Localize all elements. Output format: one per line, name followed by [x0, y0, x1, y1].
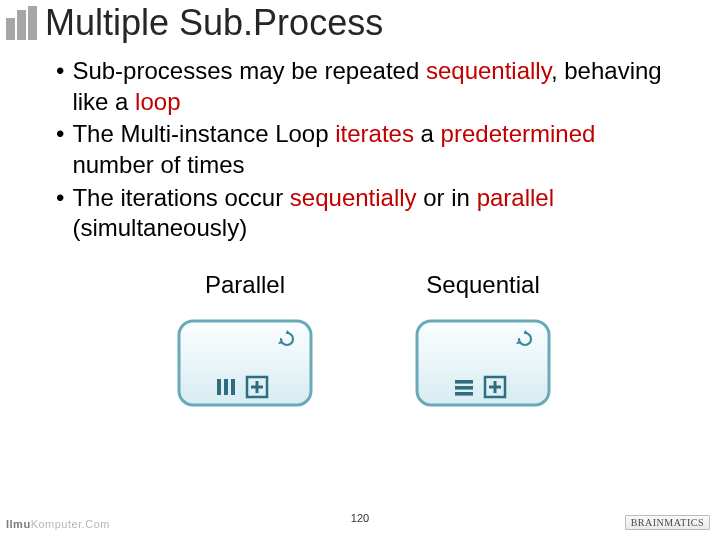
svg-rect-9: [455, 386, 473, 390]
svg-rect-1: [217, 379, 221, 395]
title-row: Multiple Sub.Process: [0, 0, 720, 54]
svg-rect-10: [455, 392, 473, 396]
parallel-label: Parallel: [135, 270, 355, 301]
svg-rect-3: [231, 379, 235, 395]
bullet-2-em2: predetermined: [441, 120, 596, 147]
bullet-1-em2: loop: [135, 88, 180, 115]
bullet-2-text: The Multi-instance Loop iterates a prede…: [72, 119, 672, 180]
title-decoration-bars: [6, 6, 39, 40]
bullet-2-post: number of times: [72, 151, 244, 178]
bullet-2-pre: The Multi-instance Loop: [72, 120, 335, 147]
sequential-diagram: Sequential: [373, 270, 593, 409]
parallel-marker-icon: [217, 379, 235, 395]
sequential-marker-icon: [455, 380, 473, 396]
slide-title: Multiple Sub.Process: [45, 4, 383, 42]
footer-left-logo: IlmuKomputer.Com: [6, 518, 110, 530]
footer-left-part1: Ilmu: [6, 518, 31, 530]
bullet-3-text: The iterations occur sequentially or in …: [72, 183, 672, 244]
bullet-1-pre: Sub-processes may be repeated: [72, 57, 426, 84]
bullet-3-em2: parallel: [477, 184, 554, 211]
footer-left-part2: Komputer: [31, 518, 82, 530]
bullet-dot-icon: •: [56, 56, 64, 117]
diagram-row: Parallel: [56, 270, 672, 409]
bullet-3-pre: The iterations occur: [72, 184, 289, 211]
bullet-3-em1: sequentially: [290, 184, 417, 211]
bullet-dot-icon: •: [56, 119, 64, 180]
bullet-3-post: (simultaneously): [72, 214, 247, 241]
bullet-1: • Sub-processes may be repeated sequenti…: [56, 56, 672, 117]
parallel-subprocess-icon: [175, 317, 315, 409]
page-number: 120: [351, 512, 369, 524]
bullet-dot-icon: •: [56, 183, 64, 244]
svg-rect-2: [224, 379, 228, 395]
body-content: • Sub-processes may be repeated sequenti…: [0, 54, 720, 409]
svg-rect-8: [455, 380, 473, 384]
bullet-1-text: Sub-processes may be repeated sequential…: [72, 56, 672, 117]
bullet-2-mid: a: [414, 120, 441, 147]
bullet-2-em1: iterates: [335, 120, 414, 147]
slide: Multiple Sub.Process • Sub-processes may…: [0, 0, 720, 540]
sequential-label: Sequential: [373, 270, 593, 301]
parallel-diagram: Parallel: [135, 270, 355, 409]
bullet-2: • The Multi-instance Loop iterates a pre…: [56, 119, 672, 180]
bullet-3: • The iterations occur sequentially or i…: [56, 183, 672, 244]
bullet-1-em1: sequentially: [426, 57, 551, 84]
footer-left-part3: .Com: [82, 518, 110, 530]
sequential-subprocess-icon: [413, 317, 553, 409]
footer-right-logo: BRAINMATICS: [625, 515, 710, 530]
bullet-3-mid: or in: [417, 184, 477, 211]
